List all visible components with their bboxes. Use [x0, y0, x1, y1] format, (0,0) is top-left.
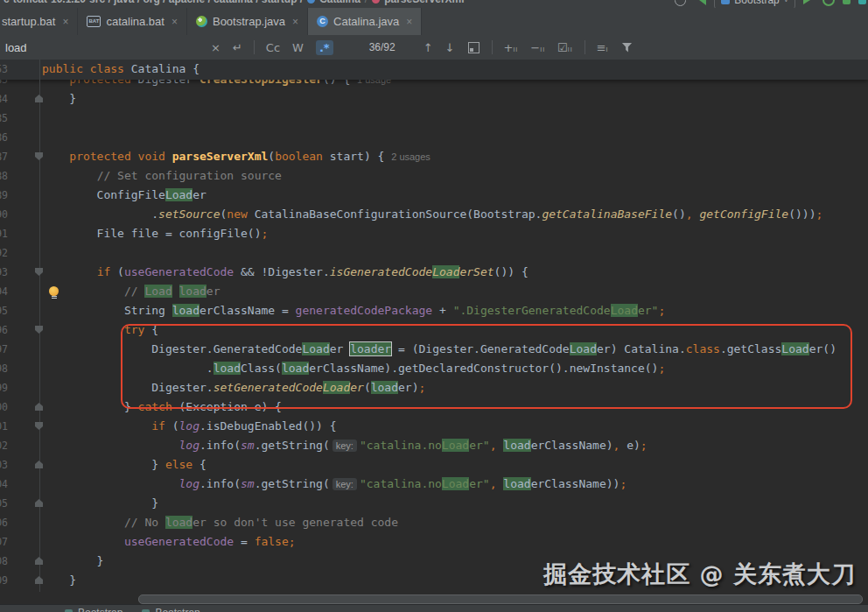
close-tab-icon[interactable]: ×: [62, 16, 68, 28]
close-tab-icon[interactable]: ×: [292, 16, 298, 28]
divider: [584, 40, 585, 54]
filter-search-results-button[interactable]: ≡ I: [597, 41, 609, 54]
gutter: [8, 243, 42, 263]
gutter: [8, 417, 42, 436]
code-line[interactable]: 386: [0, 128, 868, 147]
horizontal-scrollbar-thumb[interactable]: [138, 594, 863, 604]
open-in-tool-window-icon[interactable]: [468, 42, 480, 53]
run-button[interactable]: [803, 0, 815, 4]
code-line[interactable]: 389 ConfigFileLoader: [0, 186, 868, 205]
occurrence-sub-label: II: [513, 46, 518, 53]
fold-end-icon[interactable]: [35, 499, 43, 507]
run-config-icon: [721, 0, 730, 4]
gutter: [8, 147, 42, 166]
user-avatar-icon[interactable]: [675, 0, 686, 6]
remove-occurrence-button[interactable]: − II: [530, 41, 545, 54]
select-all-occurrences-button[interactable]: ☑ II: [557, 41, 573, 54]
fold-end-icon[interactable]: [35, 461, 43, 468]
fold-start-icon[interactable]: [35, 152, 43, 160]
line-number: 397: [0, 340, 8, 359]
horizontal-scrollbar-track[interactable]: [0, 592, 868, 604]
line-number: 383: [0, 80, 8, 89]
tab-Bootstrap.java[interactable]: Bootstrap.java×: [187, 8, 308, 35]
chevron-down-icon: ˅: [784, 0, 788, 4]
back-arrow-icon[interactable]: [694, 0, 706, 5]
code-line[interactable]: 391 File file = configFile();: [0, 224, 868, 243]
breadcrumb[interactable]: c-tomcat-10.1.20-src / java / org / apac…: [4, 0, 465, 5]
line-number: 399: [0, 378, 8, 397]
code-line[interactable]: 385: [0, 109, 868, 128]
code-line[interactable]: 405 }: [0, 494, 868, 513]
code-line[interactable]: 403 } else {: [0, 455, 868, 475]
fold-start-icon[interactable]: [35, 326, 43, 334]
intention-bulb-icon[interactable]: [49, 286, 59, 296]
fold-start-icon[interactable]: [35, 422, 43, 430]
code-line[interactable]: 388 // Set configuration source: [0, 166, 868, 186]
filter-funnel-icon[interactable]: [622, 43, 633, 53]
code-line[interactable]: 401 if (log.isDebugEnabled()) {: [0, 417, 868, 436]
gutter: [8, 359, 42, 378]
coverage-button[interactable]: [858, 0, 866, 4]
breadcrumb-path[interactable]: c-tomcat-10.1.20-src / java / org / apac…: [4, 0, 303, 5]
tab-catalina.bat[interactable]: BATcatalina.bat×: [78, 8, 187, 35]
code-line[interactable]: 394 // Load loader: [0, 282, 868, 301]
gutter: [8, 320, 42, 340]
gutter: [8, 494, 42, 513]
gutter: [8, 186, 42, 205]
rerun-button[interactable]: [822, 0, 835, 6]
breadcrumb-method[interactable]: parseServerXml: [384, 0, 464, 5]
code-line[interactable]: 390 .setSource(new CatalinaBaseConfigura…: [0, 205, 868, 224]
add-occurrence-button[interactable]: + II: [504, 41, 519, 54]
words-toggle[interactable]: W: [292, 41, 304, 54]
code-line[interactable]: 53public class Catalina {: [0, 60, 200, 79]
bottom-tab-Bootstrap[interactable]: Bootstrap: [65, 607, 122, 612]
fold-end-icon[interactable]: [35, 557, 43, 565]
clear-search-icon[interactable]: ×: [211, 41, 220, 54]
code-line[interactable]: 384 }: [0, 89, 868, 109]
bottom-tab-Bootstrap[interactable]: Bootstrap: [142, 607, 200, 612]
next-match-button[interactable]: ↓: [445, 41, 455, 54]
newline-icon[interactable]: ↵: [233, 41, 242, 54]
tab-Catalina.java[interactable]: CCatalina.java×: [308, 8, 422, 35]
divider: [254, 40, 255, 54]
code-line[interactable]: 395 String loaderClassName = generatedCo…: [0, 301, 868, 320]
fold-end-icon[interactable]: [35, 576, 43, 584]
fold-end-icon[interactable]: [35, 403, 43, 411]
line-number: 392: [0, 243, 8, 263]
line-number: 409: [0, 571, 8, 590]
breadcrumb-class[interactable]: Catalina: [319, 0, 360, 5]
line-number: 53: [0, 60, 8, 79]
search-input[interactable]: load: [0, 41, 205, 54]
breadcrumb-separator: /: [365, 0, 368, 5]
debug-button[interactable]: [843, 0, 850, 4]
code-line[interactable]: 406 // No loader so don't use generated …: [0, 513, 868, 532]
divider: [492, 40, 493, 54]
match-case-toggle[interactable]: Cc: [266, 41, 280, 54]
close-tab-icon[interactable]: ×: [172, 16, 178, 28]
fold-start-icon[interactable]: [35, 268, 43, 276]
regex-toggle[interactable]: .*: [316, 40, 333, 55]
line-number: 388: [0, 166, 8, 186]
close-tab-icon[interactable]: ×: [406, 16, 412, 28]
code-text: .setSource(new CatalinaBaseConfiguration…: [42, 205, 822, 224]
fold-end-icon[interactable]: [35, 95, 43, 102]
code-text: protected void parseServerXml(boolean st…: [42, 147, 430, 166]
line-number: 400: [0, 397, 8, 417]
code-line[interactable]: 383 protected Digester createStopDigeste…: [0, 80, 868, 89]
tab-startup.bat[interactable]: startup.bat×: [0, 8, 78, 35]
code-line[interactable]: 392: [0, 243, 868, 263]
code-line[interactable]: 407 useGeneratedCode = false;: [0, 532, 868, 552]
previous-match-button[interactable]: ↑: [424, 41, 433, 54]
code-line[interactable]: 404 log.info(sm.getString(key:"catalina.…: [0, 475, 868, 494]
sticky-class-header[interactable]: 53public class Catalina {: [0, 60, 868, 80]
line-number: 406: [0, 513, 8, 532]
gutter: [8, 80, 42, 89]
search-match: Load: [432, 265, 459, 278]
code-editor[interactable]: 53public class Catalina { 383 protected …: [0, 60, 868, 592]
code-line[interactable]: 393 if (useGeneratedCode && !Digester.is…: [0, 263, 868, 282]
find-bar: load × ↵ Cc W .* 36/92 ↑ ↓ + II − II ☑ I…: [0, 35, 868, 60]
code-line[interactable]: 402 log.info(sm.getString(key:"catalina.…: [0, 436, 868, 455]
method-icon: [372, 0, 380, 4]
code-line[interactable]: 387 protected void parseServerXml(boolea…: [0, 147, 868, 166]
line-number: 391: [0, 224, 8, 243]
